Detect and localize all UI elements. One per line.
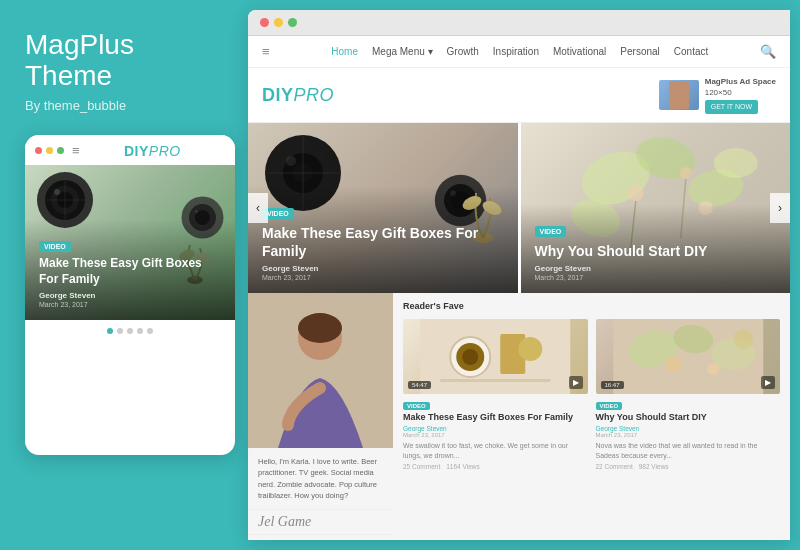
slide-2-date: March 23, 2017 bbox=[535, 274, 777, 281]
nav-link-inspiration[interactable]: Inspiration bbox=[493, 46, 539, 57]
svg-point-53 bbox=[665, 356, 681, 372]
fave-1-excerpt: We swallow it too fast, we choke. We get… bbox=[403, 441, 588, 461]
page-dot-4[interactable] bbox=[137, 328, 143, 334]
bottom-tabs: ↑ Trending ★ Popular bbox=[248, 534, 393, 540]
slide-2-overlay: VIDEO Why You Should Start DIY George St… bbox=[521, 204, 791, 293]
site-content: ‹ bbox=[248, 123, 790, 540]
fave-2-title[interactable]: Why You Should Start DIY bbox=[596, 412, 781, 424]
slider-next-button[interactable]: › bbox=[770, 193, 790, 223]
mobile-dot-red bbox=[35, 147, 42, 154]
browser-dot-yellow[interactable] bbox=[274, 18, 283, 27]
fave-1-comments: 25 Comment bbox=[403, 463, 440, 470]
signature-text: Jel Game bbox=[258, 514, 311, 529]
nav-links: Home Mega Menu ▾ Growth Inspiration Moti… bbox=[280, 46, 760, 57]
bottom-left: Hello, I'm Karla. I love to write. Beer … bbox=[248, 293, 393, 540]
slide-2-author: George Steven bbox=[535, 264, 777, 273]
ad-button[interactable]: GET IT NOW bbox=[705, 100, 758, 114]
slide-2-badge: VIDEO bbox=[535, 226, 567, 237]
ad-size: 120×50 bbox=[705, 88, 732, 97]
site-nav: ≡ Home Mega Menu ▾ Growth Inspiration Mo… bbox=[248, 36, 790, 68]
fave-1-author-name: George Steven bbox=[403, 425, 447, 432]
fave-2-author: George Steven bbox=[596, 425, 781, 432]
browser-chrome bbox=[248, 10, 790, 36]
browser-dot-red[interactable] bbox=[260, 18, 269, 27]
svg-point-45 bbox=[462, 349, 478, 365]
fave-1-play-icon: ▶ bbox=[569, 376, 583, 389]
slide-1-author: George Steven bbox=[262, 264, 504, 273]
left-panel: MagPlus Theme By theme_bubble ≡ DIYPRO bbox=[0, 0, 248, 550]
svg-rect-42 bbox=[420, 319, 570, 394]
fave-2-author-name: George Steven bbox=[596, 425, 640, 432]
fave-post-2-image: ▶ 16:47 bbox=[596, 319, 781, 394]
fave-post-2: ▶ 16:47 VIDEO Why You Should Start DIY G… bbox=[596, 319, 781, 470]
svg-point-4 bbox=[54, 189, 60, 195]
fave-1-views: 1164 Views bbox=[446, 463, 480, 470]
slide-1-date: March 23, 2017 bbox=[262, 274, 504, 281]
slider-wrapper: ‹ bbox=[248, 123, 790, 293]
mobile-dots bbox=[35, 147, 64, 154]
page-dot-3[interactable] bbox=[127, 328, 133, 334]
browser-dots bbox=[260, 18, 297, 27]
fave-2-play-icon: ▶ bbox=[761, 376, 775, 389]
nav-link-home[interactable]: Home bbox=[331, 46, 358, 57]
fave-post-1: ▶ 54:47 VIDEO Make These Easy Gift Boxes… bbox=[403, 319, 588, 470]
svg-point-41 bbox=[282, 419, 294, 431]
mobile-badge: VIDEO bbox=[39, 241, 71, 252]
mobile-mockup: ≡ DIYPRO bbox=[25, 135, 235, 455]
hero-slider: ‹ bbox=[248, 123, 790, 540]
mobile-post-author: George Steven bbox=[39, 291, 221, 300]
fave-1-title[interactable]: Make These Easy Gift Boxes For Family bbox=[403, 412, 588, 424]
fave-1-time-badge: 54:47 bbox=[408, 381, 431, 389]
page-dot-1[interactable] bbox=[107, 328, 113, 334]
ad-title: MagPlus Ad Space bbox=[705, 77, 776, 86]
brand-author: By theme_bubble bbox=[25, 98, 228, 113]
fave-2-date: March 23, 2017 bbox=[596, 432, 781, 438]
mobile-post-title: Make These Easy Gift Boxes For Family bbox=[39, 256, 221, 287]
ad-image bbox=[659, 80, 699, 110]
svg-rect-48 bbox=[440, 379, 550, 382]
fave-1-badge: VIDEO bbox=[403, 402, 430, 410]
mobile-hero-image: VIDEO Make These Easy Gift Boxes For Fam… bbox=[25, 165, 235, 320]
mobile-top-bar: ≡ DIYPRO bbox=[25, 135, 235, 165]
svg-point-55 bbox=[733, 329, 753, 349]
ad-text: MagPlus Ad Space 120×50 GET IT NOW bbox=[705, 76, 776, 114]
fave-posts: ▶ 54:47 VIDEO Make These Easy Gift Boxes… bbox=[403, 319, 780, 470]
fave-2-views: 982 Views bbox=[639, 463, 669, 470]
ad-person bbox=[669, 81, 689, 109]
ad-box: MagPlus Ad Space 120×50 GET IT NOW bbox=[659, 76, 776, 114]
svg-point-54 bbox=[707, 363, 719, 375]
svg-point-34 bbox=[679, 167, 691, 179]
slide-1-overlay: VIDEO Make These Easy Gift Boxes For Fam… bbox=[248, 186, 518, 293]
nav-link-mega[interactable]: Mega Menu ▾ bbox=[372, 46, 433, 57]
svg-point-32 bbox=[713, 148, 757, 178]
slider-prev-button[interactable]: ‹ bbox=[248, 193, 268, 223]
brand-subtitle: Theme bbox=[25, 61, 228, 92]
browser-panel: ≡ Home Mega Menu ▾ Growth Inspiration Mo… bbox=[248, 10, 790, 540]
nav-link-motivational[interactable]: Motivational bbox=[553, 46, 606, 57]
page-dot-5[interactable] bbox=[147, 328, 153, 334]
portrait-image bbox=[248, 293, 393, 448]
about-text: Hello, I'm Karla. I love to write. Beer … bbox=[258, 457, 377, 500]
search-icon[interactable]: 🔍 bbox=[760, 44, 776, 59]
nav-link-personal[interactable]: Personal bbox=[620, 46, 659, 57]
nav-link-contact[interactable]: Contact bbox=[674, 46, 708, 57]
brand-name: MagPlus bbox=[25, 30, 228, 61]
mobile-post-date: March 23, 2017 bbox=[39, 301, 221, 308]
readers-fave: Reader's Fave bbox=[393, 293, 790, 540]
browser-dot-green[interactable] bbox=[288, 18, 297, 27]
nav-hamburger-icon[interactable]: ≡ bbox=[262, 44, 270, 59]
site-logo: DIYPRO bbox=[262, 85, 334, 106]
nav-link-growth[interactable]: Growth bbox=[447, 46, 479, 57]
mobile-dot-yellow bbox=[46, 147, 53, 154]
fave-2-time-badge: 16:47 bbox=[601, 381, 624, 389]
readers-fave-title: Reader's Fave bbox=[403, 301, 780, 311]
page-dot-2[interactable] bbox=[117, 328, 123, 334]
slide-1-title: Make These Easy Gift Boxes For Family bbox=[262, 224, 504, 260]
mobile-overlay: VIDEO Make These Easy Gift Boxes For Fam… bbox=[25, 219, 235, 319]
mobile-menu-icon[interactable]: ≡ bbox=[72, 143, 80, 158]
mobile-dot-green bbox=[57, 147, 64, 154]
mobile-logo: DIYPRO bbox=[124, 143, 181, 159]
svg-point-47 bbox=[518, 337, 542, 361]
svg-point-18 bbox=[286, 156, 296, 166]
site-header: DIYPRO MagPlus Ad Space 120×50 GET IT NO… bbox=[248, 68, 790, 123]
